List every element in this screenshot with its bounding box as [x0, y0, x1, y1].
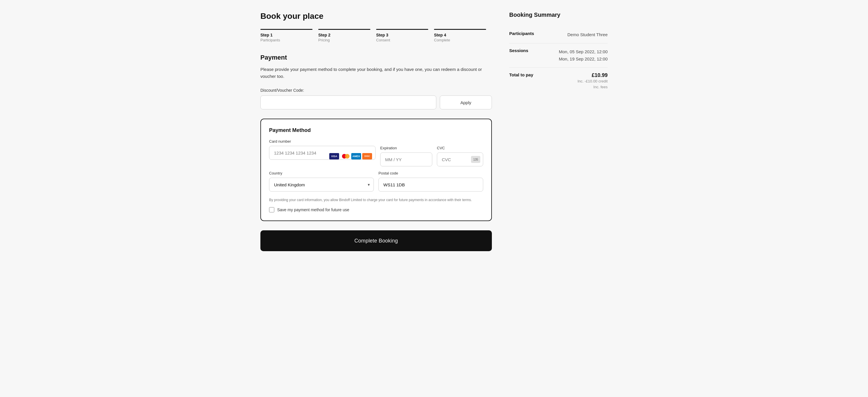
summary-sessions-value: Mon, 05 Sep 2022, 12:00 Mon, 19 Sep 2022… — [559, 48, 608, 63]
step-2-number: Step 2 — [318, 33, 370, 37]
complete-booking-button[interactable]: Complete Booking — [260, 230, 492, 251]
save-method-row: Save my payment method for future use — [269, 207, 483, 212]
step-2-label: Pricing — [318, 38, 370, 42]
postal-input[interactable] — [378, 178, 483, 191]
country-select[interactable]: United Kingdom United States Canada Aust… — [269, 178, 374, 191]
step-2-bar — [318, 29, 370, 30]
step-4: Step 4 Complete — [434, 29, 492, 42]
steps-container: Step 1 Participants Step 2 Pricing Step … — [260, 29, 492, 42]
country-postal-row: Country United Kingdom United States Can… — [269, 171, 483, 191]
card-terms-text: By providing your card information, you … — [269, 197, 483, 203]
booking-summary-sidebar: Booking Summary Participants Demo Studen… — [509, 11, 608, 386]
payment-section-title: Payment — [260, 54, 492, 61]
step-1-number: Step 1 — [260, 33, 312, 37]
step-3-bar — [376, 29, 428, 30]
card-number-field: VISA AMEX DISC — [269, 146, 376, 166]
visa-icon: VISA — [329, 153, 339, 159]
country-field: Country United Kingdom United States Can… — [269, 171, 374, 191]
step-1-label: Participants — [260, 38, 312, 42]
voucher-row: Apply — [260, 95, 492, 110]
mastercard-icon — [340, 153, 350, 159]
expiry-field: Expiration — [380, 146, 432, 166]
step-1: Step 1 Participants — [260, 29, 318, 42]
cvc-card-icon: 135 — [471, 156, 480, 163]
summary-credit-note: Inc. -£10.00 credit — [578, 79, 608, 85]
save-method-label: Save my payment method for future use — [277, 208, 349, 212]
summary-sessions-row: Sessions Mon, 05 Sep 2022, 12:00 Mon, 19… — [509, 43, 608, 68]
country-select-wrapper: United Kingdom United States Canada Aust… — [269, 178, 374, 191]
step-1-bar — [260, 29, 312, 30]
card-number-label: Card number — [269, 139, 483, 144]
summary-total-key: Total to pay — [509, 72, 533, 77]
cvc-field: CVC 135 — [437, 146, 483, 166]
discover-icon: DISC — [362, 153, 372, 159]
step-3-number: Step 3 — [376, 33, 428, 37]
amex-icon: AMEX — [351, 153, 361, 159]
country-label: Country — [269, 171, 374, 175]
step-3: Step 3 Consent — [376, 29, 434, 42]
summary-participants-value: Demo Student Three — [567, 31, 608, 38]
step-4-bar — [434, 29, 486, 30]
summary-participants-row: Participants Demo Student Three — [509, 26, 608, 43]
expiry-label: Expiration — [380, 146, 432, 150]
summary-fees-note: Inc. fees — [578, 84, 608, 90]
summary-total-amount: £10.99 — [578, 72, 608, 79]
step-4-number: Step 4 — [434, 33, 486, 37]
payment-method-card: Payment Method Card number VISA — [260, 119, 492, 221]
expiry-input[interactable] — [380, 152, 432, 166]
summary-total-value-block: £10.99 Inc. -£10.00 credit Inc. fees — [578, 72, 608, 91]
page-title: Book your place — [260, 11, 492, 21]
payment-description: Please provide your payment method to co… — [260, 66, 492, 80]
step-4-label: Complete — [434, 38, 486, 42]
booking-summary-title: Booking Summary — [509, 11, 608, 18]
save-method-checkbox[interactable] — [269, 207, 274, 212]
card-brand-icons: VISA AMEX DISC — [329, 153, 372, 159]
step-3-label: Consent — [376, 38, 428, 42]
cvc-label: CVC — [437, 146, 483, 150]
summary-participants-key: Participants — [509, 31, 534, 36]
postal-field: Postal code — [378, 171, 483, 191]
voucher-input[interactable] — [260, 95, 436, 110]
postal-label: Postal code — [378, 171, 483, 175]
apply-button[interactable]: Apply — [440, 95, 492, 110]
summary-sessions-key: Sessions — [509, 48, 528, 53]
card-top-row: VISA AMEX DISC Expirati — [269, 146, 483, 166]
payment-method-title: Payment Method — [269, 127, 483, 133]
card-number-section: Card number VISA AMEX — [269, 139, 483, 166]
summary-total-row: Total to pay £10.99 Inc. -£10.00 credit … — [509, 68, 608, 95]
voucher-label: Discount/Voucher Code: — [260, 88, 492, 93]
step-2: Step 2 Pricing — [318, 29, 376, 42]
